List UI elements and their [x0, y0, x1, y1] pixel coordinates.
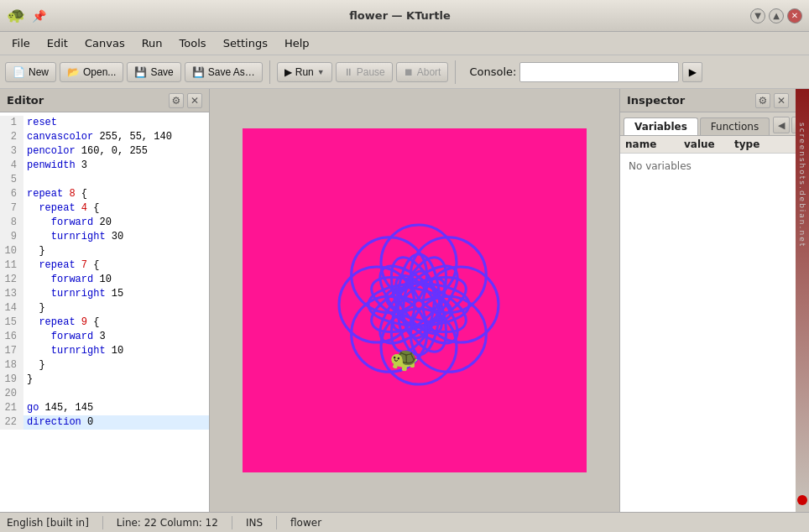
- run-dropdown-icon[interactable]: ▼: [317, 68, 325, 76]
- console-input[interactable]: [519, 62, 679, 82]
- inspector-col-value: value: [679, 136, 729, 153]
- tab-functions[interactable]: Functions: [700, 117, 770, 135]
- line-content: reset: [23, 116, 57, 130]
- line-content: forward 3: [23, 330, 106, 344]
- line-content: }: [23, 244, 45, 258]
- line-number: 13: [0, 287, 23, 301]
- line-number: 9: [0, 230, 23, 244]
- code-line-17: 17 turnright 10: [0, 344, 209, 358]
- code-line-18: 18 }: [0, 358, 209, 373]
- statusbar: English [built in] Line: 22 Column: 12 I…: [0, 512, 809, 532]
- editor-title: Editor: [7, 94, 44, 107]
- code-line-10: 10 }: [0, 244, 209, 258]
- line-content: [23, 387, 33, 401]
- line-content: pencolor 160, 0, 255: [23, 144, 148, 159]
- window-pin-icon[interactable]: 📌: [32, 9, 46, 23]
- line-content: repeat 9 {: [23, 316, 99, 330]
- line-content: repeat 8 {: [23, 187, 87, 201]
- line-content: repeat 7 {: [23, 258, 99, 273]
- line-content: }: [23, 358, 45, 373]
- line-content: forward 10: [23, 273, 112, 287]
- code-line-8: 8 forward 20: [0, 216, 209, 230]
- save-icon: 💾: [134, 66, 147, 78]
- line-number: 5: [0, 173, 23, 187]
- editor-header: Editor ⚙ ✕: [0, 89, 209, 112]
- inspector-prev-button[interactable]: ◀: [773, 117, 790, 133]
- status-sep-3: [276, 516, 277, 529]
- console-submit-button[interactable]: ▶: [682, 62, 702, 82]
- line-content: forward 20: [23, 216, 112, 230]
- line-number: 10: [0, 244, 23, 258]
- separator-2: [455, 60, 456, 84]
- console-label: Console:: [469, 65, 516, 78]
- code-line-20: 20: [0, 387, 209, 401]
- line-number: 4: [0, 159, 23, 173]
- save-as-button[interactable]: 💾 Save As…: [185, 62, 263, 82]
- inspector-panel: Inspector ⚙ ✕ Variables Functions ◀ ▶ na…: [619, 89, 796, 512]
- inspector-header-icons: ⚙ ✕: [755, 93, 789, 108]
- pause-button[interactable]: ⏸ Pause: [336, 62, 393, 82]
- line-number: 16: [0, 330, 23, 344]
- watermark: screenshots.debian.net: [798, 123, 806, 248]
- new-button[interactable]: 📄 New: [5, 62, 56, 82]
- svg-point-19: [395, 222, 502, 328]
- code-line-19: 19}: [0, 373, 209, 387]
- code-line-21: 21go 145, 145: [0, 401, 209, 415]
- line-number: 19: [0, 373, 23, 387]
- menu-item-help[interactable]: Help: [276, 34, 318, 52]
- line-number: 14: [0, 301, 23, 316]
- code-line-12: 12 forward 10: [0, 273, 209, 287]
- menu-item-run[interactable]: Run: [133, 34, 171, 52]
- menu-item-file[interactable]: File: [3, 34, 39, 52]
- line-content: turnright 15: [23, 287, 123, 301]
- line-number: 7: [0, 201, 23, 216]
- tab-variables[interactable]: Variables: [624, 117, 698, 135]
- line-number: 22: [0, 415, 23, 430]
- abort-icon: ⏹: [404, 66, 414, 78]
- menu-item-tools[interactable]: Tools: [171, 34, 215, 52]
- inspector-title: Inspector: [627, 94, 685, 107]
- inspector-col-type: type: [729, 136, 796, 153]
- debian-logo: [797, 495, 807, 505]
- editor-panel: Editor ⚙ ✕ 1reset2canvascolor 255, 55, 1…: [0, 89, 210, 512]
- inspector-tabs: Variables Functions ◀ ▶: [620, 112, 796, 136]
- run-icon: ▶: [284, 66, 292, 78]
- turtle-sprite: 🐢: [387, 342, 420, 375]
- line-number: 1: [0, 116, 23, 130]
- menu-item-settings[interactable]: Settings: [215, 34, 276, 52]
- code-line-16: 16 forward 3: [0, 330, 209, 344]
- menu-item-edit[interactable]: Edit: [39, 34, 76, 52]
- status-sep-2: [232, 516, 232, 529]
- line-content: canvascolor 255, 55, 140: [23, 130, 172, 144]
- open-button[interactable]: 📂 Open...: [60, 62, 123, 82]
- close-button[interactable]: ✕: [787, 8, 802, 23]
- menu-item-canvas[interactable]: Canvas: [76, 34, 133, 52]
- run-button[interactable]: ▶ Run ▼: [277, 62, 332, 82]
- code-line-4: 4penwidth 3: [0, 159, 209, 173]
- editor-close-icon[interactable]: ✕: [187, 93, 202, 108]
- editor-settings-icon[interactable]: ⚙: [169, 93, 184, 108]
- line-content: turnright 30: [23, 230, 123, 244]
- inspector-table: name value type No variables: [620, 136, 796, 512]
- line-number: 6: [0, 187, 23, 201]
- line-number: 11: [0, 258, 23, 273]
- line-number: 8: [0, 216, 23, 230]
- right-strip: screenshots.debian.net: [796, 89, 809, 512]
- inspector-close-icon[interactable]: ✕: [774, 93, 789, 108]
- status-mode: INS: [246, 517, 263, 529]
- line-number: 18: [0, 358, 23, 373]
- maximize-button[interactable]: ▲: [769, 8, 784, 23]
- save-button[interactable]: 💾 Save: [127, 62, 180, 82]
- app-icon: 🐢: [7, 6, 27, 26]
- inspector-settings-icon[interactable]: ⚙: [755, 93, 770, 108]
- window-title: flower — KTurtle: [50, 9, 750, 22]
- minimize-button[interactable]: ▼: [750, 8, 765, 23]
- separator-1: [269, 60, 270, 84]
- abort-button[interactable]: ⏹ Abort: [396, 62, 449, 82]
- line-content: turnright 10: [23, 344, 123, 358]
- code-line-14: 14 }: [0, 301, 209, 316]
- line-content: }: [23, 301, 45, 316]
- editor-content[interactable]: 1reset2canvascolor 255, 55, 1403pencolor…: [0, 112, 209, 512]
- status-sep-1: [102, 516, 103, 529]
- code-line-15: 15 repeat 9 {: [0, 316, 209, 330]
